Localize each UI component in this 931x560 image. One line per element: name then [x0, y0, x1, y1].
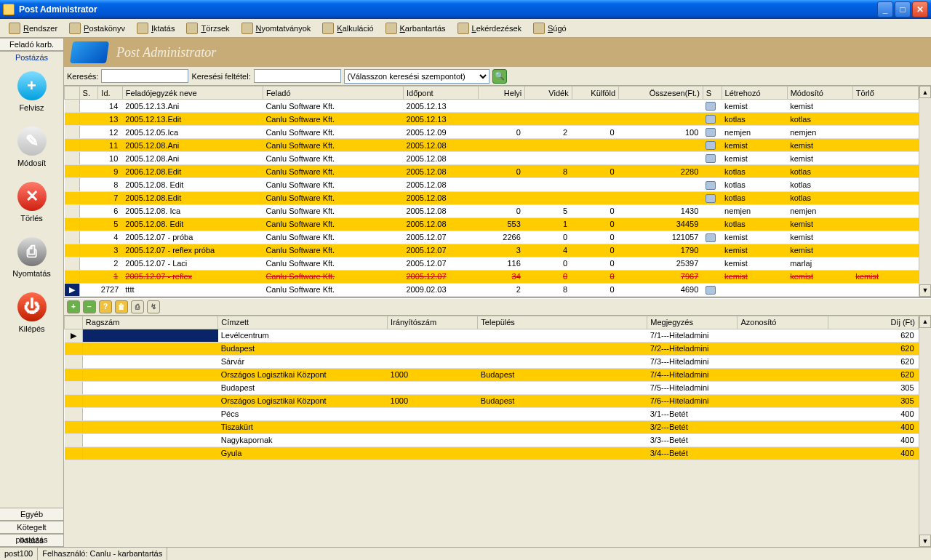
- sidebar-tab-0[interactable]: Feladó karb.: [0, 38, 63, 51]
- table-row[interactable]: 12005.12.07 - reflexCanlu Software Kft.2…: [65, 270, 919, 283]
- table-row[interactable]: Sárvár7/3---Hiteladmini620: [65, 355, 919, 368]
- g2-header[interactable]: Irányítószám: [388, 316, 478, 329]
- table-row[interactable]: 32005.12.07 - reflex próbaCanlu Software…: [65, 244, 919, 257]
- mid-help-button[interactable]: ?: [99, 300, 112, 313]
- tool-edit[interactable]: ✎Módosít: [0, 127, 63, 167]
- printer-icon: [706, 154, 716, 163]
- g1-header[interactable]: Időpont: [403, 87, 478, 100]
- printer-icon: [706, 286, 716, 295]
- g1-header[interactable]: Összesen(Ft.): [619, 87, 703, 100]
- mid-add-button[interactable]: +: [67, 300, 80, 313]
- sidebar-bottom-2[interactable]: Iktatás: [0, 534, 63, 547]
- maximize-button[interactable]: □: [895, 1, 911, 17]
- table-row[interactable]: ▶Levélcentrum7/1---Hiteladmini620: [65, 329, 919, 342]
- menu-súgó[interactable]: Súgó: [527, 21, 572, 36]
- table-row[interactable]: 22005.12.07 - LaciCanlu Software Kft.200…: [65, 257, 919, 270]
- table-row[interactable]: 52005.12.08. EditCanlu Software Kft.2005…: [65, 217, 919, 231]
- table-row[interactable]: 82005.12.08. EditCanlu Software Kft.2005…: [65, 178, 919, 191]
- g2-header[interactable]: Azonosító: [738, 316, 828, 329]
- tool-label: Felvisz: [0, 103, 63, 112]
- search-bar: Keresés: Keresési feltétel: (Válasszon k…: [64, 67, 931, 86]
- search-combo[interactable]: (Válasszon keresési szempontot): [344, 69, 490, 84]
- g1-header[interactable]: Létrehozó: [722, 87, 787, 100]
- g1-header[interactable]: S: [703, 87, 722, 100]
- g2-header[interactable]: Település: [478, 316, 647, 329]
- tool-add[interactable]: +Felvisz: [0, 71, 63, 112]
- status-bar: post100 Felhasználó: Canlu - karbantartá…: [0, 547, 931, 560]
- close-button[interactable]: ✕: [912, 1, 928, 17]
- g2-header[interactable]: Ragszám: [82, 316, 217, 329]
- menu-icon: [241, 23, 253, 34]
- mid-remove-button[interactable]: −: [83, 300, 96, 313]
- g2-header[interactable]: [65, 316, 83, 329]
- search-go-button[interactable]: 🔍: [492, 69, 507, 84]
- bottom-grid-scrollbar[interactable]: ▲▼: [919, 316, 931, 547]
- table-row[interactable]: Országos Logisztikai Központ1000Budapest…: [65, 368, 919, 381]
- table-row[interactable]: Budapest7/5---Hiteladmini305: [65, 381, 919, 394]
- mid-swap-button[interactable]: ↯: [147, 300, 160, 313]
- prn-icon: ⎙: [17, 237, 47, 266]
- g2-header[interactable]: Megjegyzés: [647, 316, 738, 329]
- search-filter-label: Keresési feltétel:: [191, 72, 250, 81]
- bottom-grid-table[interactable]: RagszámCímzettIrányítószámTelepülésMegje…: [64, 316, 919, 460]
- g1-header[interactable]: Helyi: [478, 87, 524, 100]
- tool-del[interactable]: ✕Törlés: [0, 182, 63, 223]
- g2-header[interactable]: Címzett: [218, 316, 388, 329]
- tool-exit[interactable]: ⏻Kilépés: [0, 292, 63, 333]
- menu-törzsek[interactable]: Törzsek: [180, 21, 235, 36]
- table-row[interactable]: ▶2727ttttCanlu Software Kft.2009.02.0328…: [65, 283, 919, 296]
- table-row[interactable]: Gyula3/4---Betét400: [65, 447, 919, 460]
- minimize-button[interactable]: _: [877, 1, 893, 17]
- mid-trash-button[interactable]: 🗑: [115, 300, 128, 313]
- table-row[interactable]: 112005.12.08.AniCanlu Software Kft.2005.…: [65, 139, 919, 152]
- menu-icon: [322, 23, 334, 34]
- menu-nyomtatványok[interactable]: Nyomtatványok: [236, 21, 317, 36]
- menu-karbantartás[interactable]: Karbantartás: [380, 21, 452, 36]
- g1-header[interactable]: Vidék: [525, 87, 572, 100]
- table-row[interactable]: 132005.12.13.EditCanlu Software Kft.2005…: [65, 113, 919, 126]
- g1-header[interactable]: S.: [79, 87, 98, 100]
- menu-icon: [9, 23, 20, 34]
- search-filter-input[interactable]: [254, 69, 341, 83]
- sidebar-tab-1[interactable]: Postázás: [0, 51, 63, 64]
- table-row[interactable]: Országos Logisztikai Központ1000Budapest…: [65, 394, 919, 407]
- banner-title: Post Administrator: [116, 45, 216, 60]
- g1-header[interactable]: Id.: [98, 87, 122, 100]
- menu-icon: [385, 23, 397, 34]
- table-row[interactable]: Budapest7/2---Hiteladmini620: [65, 342, 919, 355]
- menu-icon: [69, 23, 81, 34]
- g1-header[interactable]: Feladó: [263, 87, 403, 100]
- table-row[interactable]: Tiszakürt3/2---Betét400: [65, 420, 919, 433]
- table-row[interactable]: Nagykapornak3/3---Betét400: [65, 433, 919, 447]
- tool-prn[interactable]: ⎙Nyomtatás: [0, 237, 63, 278]
- printer-icon: [706, 194, 716, 203]
- menu-iktatás[interactable]: Iktatás: [131, 21, 180, 36]
- g1-header[interactable]: Feladójegyzék neve: [122, 87, 263, 100]
- g1-header[interactable]: Módosító: [787, 87, 852, 100]
- table-row[interactable]: 122005.12.05.IcaCanlu Software Kft.2005.…: [65, 126, 919, 139]
- banner: Post Administrator: [64, 38, 931, 67]
- table-row[interactable]: 102005.12.08.AniCanlu Software Kft.2005.…: [65, 152, 919, 165]
- menu-icon: [457, 23, 469, 34]
- sidebar-bottom-1[interactable]: Kötegelt postázás: [0, 521, 63, 534]
- table-row[interactable]: 42005.12.07 - próbaCanlu Software Kft.20…: [65, 231, 919, 244]
- g1-header[interactable]: [65, 87, 80, 100]
- g1-header[interactable]: Külföld: [572, 87, 618, 100]
- mid-print-button[interactable]: ⎙: [131, 300, 144, 313]
- g2-header[interactable]: Díj (Ft): [828, 316, 918, 329]
- tool-label: Kilépés: [0, 324, 63, 333]
- table-row[interactable]: 142005.12.13.AniCanlu Software Kft.2005.…: [65, 100, 919, 113]
- menu-postakönyv[interactable]: Postakönyv: [63, 21, 131, 36]
- table-row[interactable]: 92006.12.08.EditCanlu Software Kft.2005.…: [65, 165, 919, 178]
- search-value-input[interactable]: [101, 69, 188, 83]
- top-grid-table[interactable]: S.Id.Feladójegyzék neveFeladóIdőpontHely…: [64, 86, 919, 297]
- table-row[interactable]: Pécs3/1---Betét400: [65, 407, 919, 420]
- menu-kalkuláció[interactable]: Kalkuláció: [316, 21, 379, 36]
- g1-header[interactable]: Törlő: [852, 87, 918, 100]
- table-row[interactable]: 62005.12.08. IcaCanlu Software Kft.2005.…: [65, 204, 919, 217]
- table-row[interactable]: 72005.12.08.EditCanlu Software Kft.2005.…: [65, 191, 919, 204]
- top-grid-scrollbar[interactable]: ▲▼: [919, 86, 931, 297]
- menu-rendszer[interactable]: Rendszer: [3, 21, 63, 36]
- sidebar-bottom-0[interactable]: Egyéb: [0, 508, 63, 521]
- menu-lekérdezések[interactable]: Lekérdezések: [452, 21, 528, 36]
